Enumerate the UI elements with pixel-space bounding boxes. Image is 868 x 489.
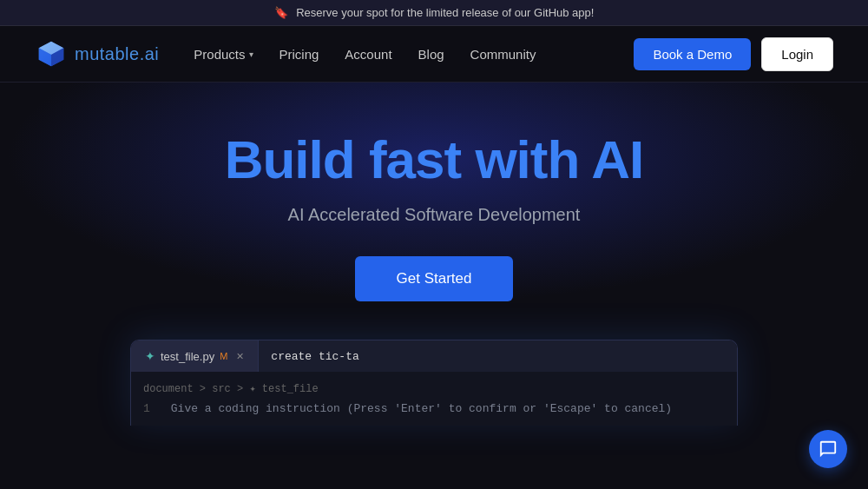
editor-input-area[interactable]: [259, 340, 737, 372]
modified-indicator: M: [220, 351, 227, 361]
get-started-button[interactable]: Get Started: [355, 256, 514, 301]
nav-pricing[interactable]: Pricing: [279, 47, 319, 62]
chat-icon: [819, 439, 838, 459]
tab-filename: test_file.py: [161, 350, 214, 363]
logo-text: mutable.ai: [75, 44, 159, 64]
nav-actions: Book a Demo Login: [634, 37, 833, 71]
nav-community[interactable]: Community: [470, 47, 536, 62]
nav-blog[interactable]: Blog: [418, 47, 444, 62]
nav-products[interactable]: Products ▾: [194, 47, 253, 62]
gear-icon: ✦: [145, 349, 155, 363]
line-number: 1: [143, 402, 150, 415]
close-tab-icon[interactable]: ✕: [236, 351, 244, 362]
banner-text: Reserve your spot for the limited releas…: [296, 6, 594, 19]
navbar: mutable.ai Products ▾ Pricing Account Bl…: [0, 26, 868, 83]
bookmark-icon: 🔖: [274, 6, 288, 19]
editor-breadcrumb: document > src > ✦ test_file: [143, 382, 725, 395]
coding-instruction-input[interactable]: [271, 350, 725, 363]
nav-links: Products ▾ Pricing Account Blog Communit…: [194, 47, 634, 62]
nav-account[interactable]: Account: [345, 47, 391, 62]
editor-hint-text: Give a coding instruction (Press 'Enter'…: [162, 402, 672, 415]
editor-header: ✦ test_file.py M ✕: [131, 340, 737, 372]
hero-title: Build fast with AI: [225, 130, 644, 189]
top-banner: 🔖 Reserve your spot for the limited rele…: [0, 0, 868, 26]
hero-subtitle: AI Accelerated Software Development: [288, 205, 581, 225]
logo[interactable]: mutable.ai: [35, 37, 159, 70]
editor-preview: ✦ test_file.py M ✕ document > src > ✦ te…: [130, 340, 738, 426]
logo-ai: ai: [145, 44, 160, 63]
hero-section: Build fast with AI AI Accelerated Softwa…: [0, 83, 868, 456]
chat-bubble-button[interactable]: [809, 430, 847, 468]
chevron-down-icon: ▾: [249, 50, 253, 59]
logo-icon: [35, 37, 68, 70]
editor-body: document > src > ✦ test_file 1 Give a co…: [131, 372, 737, 426]
breadcrumb-text: document > src > ✦ test_file: [143, 383, 319, 395]
login-button[interactable]: Login: [761, 37, 833, 71]
editor-tab: ✦ test_file.py M ✕: [131, 340, 259, 372]
logo-main: mutable: [75, 44, 140, 63]
book-demo-button[interactable]: Book a Demo: [634, 38, 751, 70]
